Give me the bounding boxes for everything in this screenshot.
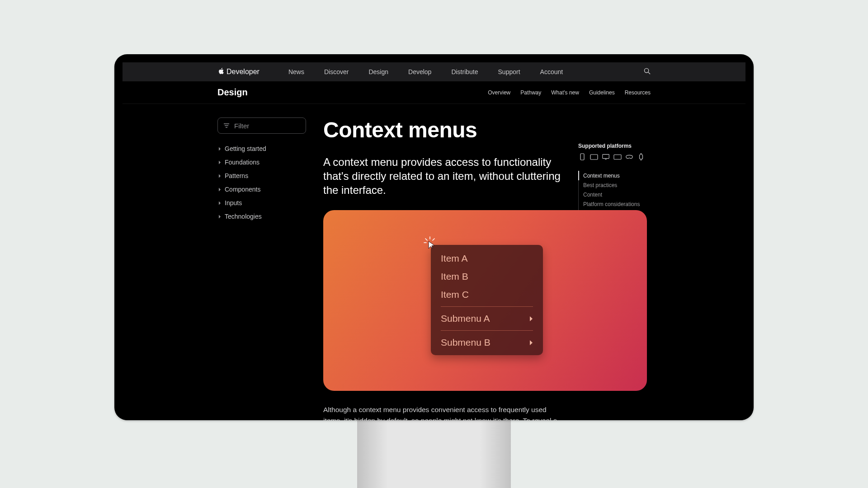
sidebar-item-components[interactable]: Components: [217, 183, 306, 196]
svg-rect-13: [614, 155, 621, 159]
svg-rect-11: [603, 155, 609, 159]
sidebar-item-label: Foundations: [225, 159, 259, 166]
screen: Developer News Discover Design Develop D…: [123, 62, 745, 420]
monitor-frame: Developer News Discover Design Develop D…: [114, 54, 754, 420]
nav-distribute[interactable]: Distribute: [451, 68, 478, 75]
global-nav: Developer News Discover Design Develop D…: [123, 62, 745, 81]
sub-nav: Design Overview Pathway What's new Guide…: [123, 81, 745, 104]
platform-icons: [578, 154, 651, 160]
hero-illustration: Item A Item B Item C Submenu A Submenu B: [323, 210, 647, 391]
subnav-title[interactable]: Design: [217, 87, 248, 98]
sidebar-list: Getting started Foundations Patterns Com…: [217, 142, 306, 223]
menu-item-c[interactable]: Item C: [431, 286, 543, 304]
nav-design[interactable]: Design: [368, 68, 388, 75]
toc-content[interactable]: Content: [583, 190, 651, 199]
svg-rect-9: [580, 154, 584, 160]
tv-icon: [613, 154, 622, 160]
main: Context menus A context menu provides ac…: [323, 117, 561, 420]
apple-logo-icon: [217, 67, 224, 77]
sidebar-item-patterns[interactable]: Patterns: [217, 169, 306, 183]
nav-discover[interactable]: Discover: [324, 68, 349, 75]
menu-separator: [441, 330, 533, 331]
search-icon[interactable]: [644, 68, 651, 76]
menu-item-a[interactable]: Item A: [431, 249, 543, 267]
nav-support[interactable]: Support: [498, 68, 520, 75]
toc-platform-considerations[interactable]: Platform considerations: [583, 199, 651, 209]
toc-context-menus[interactable]: Context menus: [578, 171, 651, 180]
chevron-right-icon: [218, 145, 221, 152]
menu-separator: [441, 306, 533, 307]
svg-line-7: [433, 239, 434, 240]
context-menu-popup: Item A Item B Item C Submenu A Submenu B: [431, 245, 543, 355]
sidebar-item-label: Patterns: [225, 172, 248, 179]
brand-text: Developer: [226, 68, 259, 76]
nav-develop[interactable]: Develop: [408, 68, 431, 75]
svg-rect-14: [640, 155, 643, 159]
chevron-right-icon: [529, 337, 533, 348]
submenu-item-a[interactable]: Submenu A: [431, 310, 543, 328]
watch-icon: [637, 154, 645, 160]
sidebar-item-label: Components: [225, 186, 260, 193]
subnav-whatsnew[interactable]: What's new: [551, 89, 579, 96]
nav-account[interactable]: Account: [540, 68, 563, 75]
sidebar-item-foundations[interactable]: Foundations: [217, 155, 306, 169]
content: Getting started Foundations Patterns Com…: [123, 104, 745, 420]
subnav-overview[interactable]: Overview: [488, 89, 510, 96]
svg-line-6: [425, 239, 427, 240]
svg-rect-10: [590, 155, 598, 160]
chevron-right-icon: [218, 172, 221, 179]
filter-icon: [223, 122, 230, 130]
page-title: Context menus: [323, 117, 561, 142]
vision-icon: [625, 154, 633, 160]
sidebar-item-label: Inputs: [225, 199, 242, 206]
brand-link[interactable]: Developer: [217, 67, 259, 77]
svg-point-0: [644, 68, 648, 72]
mac-icon: [602, 154, 610, 160]
chevron-right-icon: [218, 159, 221, 166]
subnav-links: Overview Pathway What's new Guidelines R…: [488, 89, 651, 96]
sidebar: Getting started Foundations Patterns Com…: [217, 117, 306, 420]
filter-input[interactable]: [234, 122, 300, 130]
nav-news[interactable]: News: [288, 68, 304, 75]
sidebar-item-label: Technologies: [225, 213, 262, 220]
platforms-heading: Supported platforms: [578, 143, 651, 149]
chevron-right-icon: [218, 213, 221, 220]
iphone-icon: [578, 154, 586, 160]
chevron-right-icon: [529, 313, 533, 324]
lead-text: A context menu provides access to functi…: [323, 155, 561, 197]
submenu-item-b[interactable]: Submenu B: [431, 333, 543, 352]
ipad-icon: [590, 154, 598, 160]
menu-item-b[interactable]: Item B: [431, 267, 543, 286]
filter-field[interactable]: [217, 117, 306, 134]
chevron-right-icon: [218, 186, 221, 193]
subnav-guidelines[interactable]: Guidelines: [589, 89, 615, 96]
sidebar-item-label: Getting started: [225, 145, 266, 152]
monitor-stand: [357, 419, 511, 488]
body-paragraph: Although a context menu provides conveni…: [323, 404, 561, 420]
sidebar-item-technologies[interactable]: Technologies: [217, 210, 306, 223]
chevron-right-icon: [218, 199, 221, 206]
sidebar-item-getting-started[interactable]: Getting started: [217, 142, 306, 155]
toc-best-practices[interactable]: Best practices: [583, 180, 651, 190]
sidebar-item-inputs[interactable]: Inputs: [217, 196, 306, 210]
subnav-pathway[interactable]: Pathway: [520, 89, 541, 96]
svg-line-1: [648, 72, 650, 74]
subnav-resources[interactable]: Resources: [625, 89, 651, 96]
